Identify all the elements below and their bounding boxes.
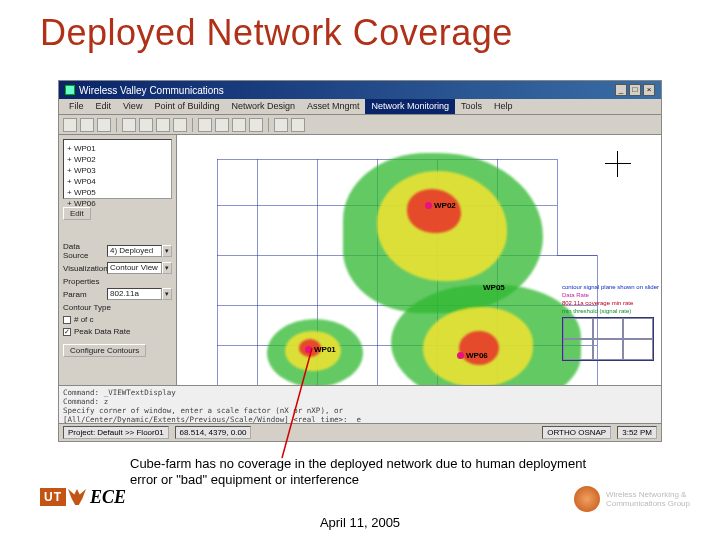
coverage-red bbox=[407, 189, 461, 233]
dropdown-icon[interactable]: ▾ bbox=[162, 288, 172, 300]
toolbar-separator bbox=[192, 118, 193, 132]
menu-tools[interactable]: Tools bbox=[455, 99, 488, 114]
ut-ece-logo: UT ECE bbox=[40, 486, 126, 508]
side-panel: + WP01 + WP02 + WP03 + WP04 + WP05 + WP0… bbox=[59, 135, 177, 407]
wncg-badge-icon bbox=[574, 486, 600, 512]
toolbar-button[interactable] bbox=[122, 118, 136, 132]
statusbar: Project: Default >> Floor01 68.514, 4379… bbox=[59, 423, 661, 441]
param-label: Param bbox=[63, 290, 107, 299]
checkbox[interactable]: ✓ bbox=[63, 328, 71, 336]
status-time: 3:52 PM bbox=[617, 426, 657, 439]
cb-label: # of c bbox=[74, 315, 94, 324]
menu-monitoring[interactable]: Network Monitoring bbox=[365, 99, 455, 114]
menu-file[interactable]: File bbox=[63, 99, 90, 114]
footer-date: April 11, 2005 bbox=[0, 515, 720, 530]
viz-label: Visualization bbox=[63, 264, 107, 273]
toolbar-button[interactable] bbox=[249, 118, 263, 132]
data-source-label: Data Source bbox=[63, 242, 107, 260]
maximize-button[interactable]: □ bbox=[629, 84, 641, 96]
minimize-button[interactable]: _ bbox=[615, 84, 627, 96]
map-legend: contour signal plane shown on slider Dat… bbox=[562, 283, 659, 361]
ap-dot-icon bbox=[425, 202, 432, 209]
toolbar-button[interactable] bbox=[173, 118, 187, 132]
checkbox[interactable] bbox=[63, 316, 71, 324]
toolbar-separator bbox=[116, 118, 117, 132]
status-coords: 68.514, 4379, 0.00 bbox=[175, 426, 252, 439]
wncg-logo: Wireless Networking &Communications Grou… bbox=[574, 486, 690, 512]
ap-dot-icon bbox=[305, 346, 312, 353]
ap-tree[interactable]: + WP01 + WP02 + WP03 + WP04 + WP05 + WP0… bbox=[63, 139, 172, 199]
tree-item[interactable]: + WP03 bbox=[67, 165, 168, 176]
longhorn-icon bbox=[68, 489, 86, 505]
toolbar-button[interactable] bbox=[139, 118, 153, 132]
command-console[interactable]: Command: _VIEWTextDisplay Command: z Spe… bbox=[59, 385, 661, 423]
workspace: + WP01 + WP02 + WP03 + WP04 + WP05 + WP0… bbox=[59, 135, 661, 407]
toolbar-button[interactable] bbox=[232, 118, 246, 132]
toolbar-button[interactable] bbox=[215, 118, 229, 132]
app-icon bbox=[65, 85, 75, 95]
menu-building[interactable]: Point of Building bbox=[148, 99, 225, 114]
toolbar-button[interactable] bbox=[198, 118, 212, 132]
app-screenshot: Wireless Valley Communications _ □ × Fil… bbox=[58, 80, 662, 442]
viz-select[interactable]: Contour View bbox=[107, 262, 162, 274]
ap-marker[interactable]: WP06 bbox=[457, 351, 488, 360]
status-project: Project: Default >> Floor01 bbox=[63, 426, 169, 439]
compass-icon bbox=[605, 151, 631, 177]
ap-marker[interactable]: WP05 bbox=[483, 283, 505, 292]
window-title: Wireless Valley Communications bbox=[79, 85, 224, 96]
toolbar-button[interactable] bbox=[63, 118, 77, 132]
callout-text: Cube-farm has no coverage in the deploye… bbox=[130, 456, 600, 488]
edit-button[interactable]: Edit bbox=[63, 207, 91, 220]
ap-dot-icon bbox=[457, 352, 464, 359]
tree-item[interactable]: + WP01 bbox=[67, 143, 168, 154]
close-button[interactable]: × bbox=[643, 84, 655, 96]
toolbar-button[interactable] bbox=[291, 118, 305, 132]
menu-help[interactable]: Help bbox=[488, 99, 519, 114]
toolbar-separator bbox=[268, 118, 269, 132]
tree-item[interactable]: + WP04 bbox=[67, 176, 168, 187]
toolbar-button[interactable] bbox=[80, 118, 94, 132]
menu-view[interactable]: View bbox=[117, 99, 148, 114]
ap-marker[interactable]: WP02 bbox=[425, 201, 456, 210]
toolbar-button[interactable] bbox=[156, 118, 170, 132]
properties-label: Properties bbox=[63, 277, 172, 286]
toolbar-button[interactable] bbox=[274, 118, 288, 132]
tree-item[interactable]: + WP05 bbox=[67, 187, 168, 198]
dropdown-icon[interactable]: ▾ bbox=[162, 262, 172, 274]
menu-asset[interactable]: Asset Mngmt bbox=[301, 99, 366, 114]
data-source-select[interactable]: 4) Deployed bbox=[107, 245, 162, 257]
toolbar bbox=[59, 115, 661, 135]
param-select[interactable]: 802.11a bbox=[107, 288, 162, 300]
ap-marker[interactable]: WP01 bbox=[305, 345, 336, 354]
map-pane[interactable]: WP02 WP05 WP01 WP06 contour signal plane… bbox=[177, 135, 661, 407]
toolbar-button[interactable] bbox=[97, 118, 111, 132]
cb-label: Peak Data Rate bbox=[74, 327, 130, 336]
contour-label: Contour Type bbox=[63, 303, 172, 312]
window-titlebar: Wireless Valley Communications _ □ × bbox=[59, 81, 661, 99]
tree-item[interactable]: + WP02 bbox=[67, 154, 168, 165]
menubar: File Edit View Point of Building Network… bbox=[59, 99, 661, 115]
slide-title: Deployed Network Coverage bbox=[0, 0, 720, 54]
menu-design[interactable]: Network Design bbox=[225, 99, 301, 114]
dropdown-icon[interactable]: ▾ bbox=[162, 245, 172, 257]
status-mode: ORTHO OSNAP bbox=[542, 426, 611, 439]
configure-contours-button[interactable]: Configure Contours bbox=[63, 344, 146, 357]
menu-edit[interactable]: Edit bbox=[90, 99, 118, 114]
